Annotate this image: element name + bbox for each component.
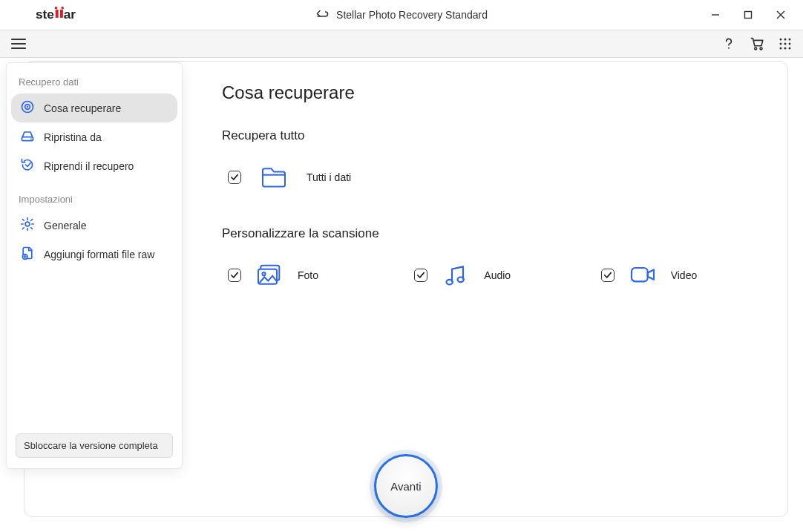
svg-rect-3 (55, 7, 58, 9)
svg-point-19 (780, 43, 782, 45)
menu-icon[interactable] (9, 34, 28, 53)
svg-text:ste: ste (36, 7, 54, 22)
checkbox-audio[interactable] (414, 269, 427, 282)
checkbox-photo[interactable] (228, 269, 241, 282)
photo-icon (255, 260, 284, 290)
video-camera-icon (628, 260, 658, 290)
svg-rect-1 (56, 10, 59, 18)
next-button[interactable]: Avanti (374, 454, 438, 518)
apps-grid-icon[interactable] (776, 35, 794, 53)
sidebar-item-label: Ripristina da (44, 131, 102, 143)
sidebar-item-label: Aggiungi formati file raw (44, 249, 154, 260)
help-icon[interactable] (720, 35, 738, 53)
checkbox-video[interactable] (601, 269, 614, 282)
maximize-button[interactable] (732, 4, 764, 25)
option-photo: Foto (228, 260, 414, 290)
folder-icon (259, 162, 289, 192)
svg-point-17 (784, 39, 787, 41)
svg-point-37 (25, 222, 30, 226)
cart-icon[interactable] (748, 35, 766, 53)
section-customize-title: Personalizzare la scansione (222, 226, 787, 241)
section-recover-all-title: Recupera tutto (222, 128, 787, 143)
svg-point-15 (760, 47, 762, 50)
svg-point-21 (789, 43, 791, 45)
music-note-icon (441, 260, 471, 290)
svg-point-18 (789, 39, 791, 41)
checkbox-all-data[interactable] (228, 171, 241, 184)
svg-rect-7 (745, 12, 752, 19)
window-controls (699, 4, 797, 25)
file-plus-icon (20, 246, 35, 263)
brand-logo: ste ar (36, 7, 105, 23)
label-video: Video (671, 269, 698, 281)
sidebar-item-what-recover[interactable]: Cosa recuperare (11, 93, 177, 122)
sidebar: Recupero dati Cosa recuperare Ripristina… (6, 62, 183, 469)
customize-options-row: Foto Audio (222, 260, 787, 290)
sidebar-item-label: Riprendi il recupero (44, 160, 134, 172)
gear-icon (20, 217, 35, 234)
svg-rect-2 (60, 10, 63, 18)
svg-point-36 (30, 138, 32, 139)
svg-point-20 (784, 43, 787, 45)
sidebar-item-label: Cosa recuperare (44, 102, 121, 114)
unlock-full-version-button[interactable]: Sbloccare la versione completa (16, 433, 173, 458)
drive-icon (20, 128, 35, 145)
svg-text:ar: ar (64, 7, 76, 22)
svg-point-34 (27, 106, 29, 108)
label-audio: Audio (484, 269, 511, 281)
svg-point-23 (784, 47, 787, 50)
sidebar-item-add-raw[interactable]: Aggiungi formati file raw (11, 240, 177, 269)
option-all-data: Tutti i dati (222, 162, 787, 192)
window-title-group: Stellar Photo Recovery Standard (315, 9, 488, 22)
back-icon[interactable] (315, 9, 329, 22)
svg-point-22 (780, 47, 782, 50)
sidebar-item-recover-from[interactable]: Ripristina da (11, 122, 177, 151)
page-title: Cosa recuperare (222, 82, 787, 103)
svg-point-24 (789, 47, 791, 50)
svg-point-13 (728, 47, 730, 49)
window-title: Stellar Photo Recovery Standard (336, 9, 488, 21)
title-bar: ste ar Stellar Photo Recovery Standard (0, 0, 803, 30)
svg-rect-31 (632, 268, 648, 281)
next-button-label: Avanti (390, 480, 421, 493)
toolbar (0, 30, 803, 58)
label-photo: Foto (298, 269, 318, 281)
label-all-data: Tutti i dati (307, 171, 351, 183)
target-icon (20, 99, 35, 116)
minimize-button[interactable] (699, 4, 732, 25)
svg-point-14 (755, 47, 757, 50)
sidebar-item-resume[interactable]: Riprendi il recupero (11, 151, 177, 180)
sidebar-section-recovery: Recupero dati (11, 70, 177, 93)
sidebar-section-settings: Impostazioni (11, 188, 177, 211)
svg-point-16 (780, 39, 782, 41)
unlock-button-label: Sbloccare la versione completa (24, 440, 158, 451)
option-audio: Audio (414, 260, 600, 290)
sidebar-item-general[interactable]: Generale (11, 211, 177, 240)
option-video: Video (601, 260, 787, 290)
resume-icon (20, 157, 35, 174)
close-button[interactable] (764, 4, 797, 25)
sidebar-item-label: Generale (44, 220, 87, 231)
